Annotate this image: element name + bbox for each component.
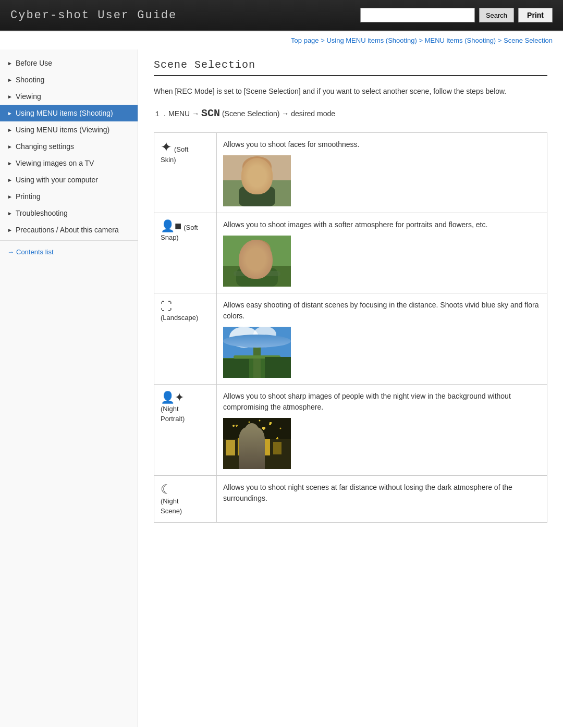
svg-rect-23 xyxy=(223,418,291,469)
svg-rect-14 xyxy=(234,271,280,276)
svg-point-26 xyxy=(269,423,271,425)
breadcrumb-link-menu-items[interactable]: MENU items (Shooting) xyxy=(425,36,496,44)
sidebar-label: Before Use xyxy=(16,59,52,67)
svg-point-3 xyxy=(242,156,272,177)
instruction-suffix: desired mode xyxy=(291,109,335,118)
scene-icon-cell-night-scene: ☾ (NightScene) xyxy=(154,476,217,522)
scene-label-night-portrait: (NightPortrait) xyxy=(161,405,185,422)
soft-snap-svg xyxy=(223,236,291,287)
arrow-icon-2: → xyxy=(282,109,289,118)
soft-skin-icon: ✦ xyxy=(161,139,172,155)
scene-desc-softsnap: Allows you to shoot images with a softer… xyxy=(223,219,541,230)
svg-rect-21 xyxy=(223,359,249,378)
scene-label-landscape: (Landscape) xyxy=(161,314,198,322)
chevron-icon: ► xyxy=(7,161,13,166)
sidebar-divider xyxy=(0,240,138,241)
chevron-icon: ► xyxy=(7,211,13,216)
svg-point-10 xyxy=(243,240,271,258)
scene-photo-softsnap xyxy=(223,236,291,287)
svg-rect-29 xyxy=(223,439,291,469)
svg-point-9 xyxy=(242,240,272,275)
chevron-icon: ► xyxy=(7,94,13,100)
breadcrumb-sep3: > xyxy=(498,36,504,44)
table-row: ⛶ (Landscape) Allows easy shooting of di… xyxy=(154,293,547,385)
breadcrumb-sep2: > xyxy=(419,36,424,44)
sidebar-item-precautions[interactable]: ► Precautions / About this camera xyxy=(0,221,138,238)
contents-list-link[interactable]: → Contents list xyxy=(0,243,138,261)
chevron-icon: ► xyxy=(7,177,13,183)
svg-rect-32 xyxy=(249,441,256,454)
sidebar-item-using-menu-shooting[interactable]: ► Using MENU items (Shooting) xyxy=(0,105,138,121)
scene-icon-cell-softsnap: 👤■ (SoftSnap) xyxy=(154,213,217,293)
sidebar-label: Troubleshooting xyxy=(16,209,68,217)
chevron-icon: ► xyxy=(7,227,13,233)
chevron-icon: ► xyxy=(7,110,13,116)
svg-point-37 xyxy=(249,428,251,430)
table-row: 👤■ (SoftSnap) Allows you to shoot images… xyxy=(154,213,547,293)
scene-photo-night-portrait xyxy=(223,418,291,469)
landscape-svg xyxy=(223,327,291,378)
sidebar-item-viewing[interactable]: ► Viewing xyxy=(0,88,138,105)
table-row: 👤✦ (NightPortrait) Allows you to shoot s… xyxy=(154,385,547,476)
scene-photo-landscape xyxy=(223,327,291,378)
search-button[interactable]: Search xyxy=(479,8,514,22)
scene-desc-cell-night-portrait: Allows you to shoot sharp images of peop… xyxy=(217,385,547,476)
svg-rect-31 xyxy=(238,438,247,455)
intro-text: When [REC Mode] is set to [Scene Selecti… xyxy=(154,85,547,97)
table-row: ✦ (SoftSkin) Allows you to shoot faces f… xyxy=(154,133,547,213)
scene-desc-night-scene: Allows you to shoot night scenes at far … xyxy=(223,482,541,504)
sidebar-item-before-use[interactable]: ► Before Use xyxy=(0,55,138,71)
scene-desc-landscape: Allows easy shooting of distant scenes b… xyxy=(223,300,541,322)
svg-point-28 xyxy=(259,420,261,422)
sidebar-label: Using MENU items (Shooting) xyxy=(16,109,113,117)
svg-rect-19 xyxy=(253,347,261,378)
night-scene-icon: ☾ xyxy=(161,482,210,497)
sidebar-label: Precautions / About this camera xyxy=(16,226,119,234)
scene-desc-cell-softskin: Allows you to shoot faces for smoothness… xyxy=(217,133,547,213)
print-button[interactable]: Print xyxy=(518,8,553,22)
svg-point-27 xyxy=(280,428,282,429)
sidebar-label: Viewing images on a TV xyxy=(16,159,94,167)
sidebar-label: Changing settings xyxy=(16,142,74,151)
page-title: Scene Selection xyxy=(154,55,547,76)
scene-icon-cell-softskin: ✦ (SoftSkin) xyxy=(154,133,217,213)
svg-rect-22 xyxy=(265,357,291,378)
sidebar-item-printing[interactable]: ► Printing xyxy=(0,188,138,205)
sidebar-item-shooting[interactable]: ► Shooting xyxy=(0,71,138,88)
svg-point-24 xyxy=(232,425,235,427)
chevron-icon: ► xyxy=(7,194,13,200)
sidebar-label: Using MENU items (Viewing) xyxy=(16,126,109,134)
sidebar: ► Before Use ► Shooting ► Viewing ► Usin… xyxy=(0,50,138,727)
svg-rect-13 xyxy=(236,268,278,287)
arrow-right-icon: → xyxy=(7,248,14,256)
svg-point-11 xyxy=(252,255,255,258)
breadcrumb-sep1: > xyxy=(321,36,326,44)
app-title: Cyber-shot User Guide xyxy=(10,9,177,22)
svg-point-12 xyxy=(260,255,262,258)
breadcrumb-link-toppage[interactable]: Top page xyxy=(291,36,319,44)
search-input[interactable] xyxy=(360,8,475,22)
svg-rect-6 xyxy=(239,187,275,206)
night-portrait-svg xyxy=(223,418,291,469)
scene-label-night-scene: (NightScene) xyxy=(161,497,182,514)
sidebar-item-changing-settings[interactable]: ► Changing settings xyxy=(0,138,138,155)
breadcrumb-link-menu-shooting[interactable]: Using MENU items (Shooting) xyxy=(326,36,417,44)
breadcrumb-link-scene-selection[interactable]: Scene Selection xyxy=(504,36,553,44)
sidebar-item-troubleshooting[interactable]: ► Troubleshooting xyxy=(0,205,138,221)
scene-desc-softskin: Allows you to shoot faces for smoothness… xyxy=(223,139,541,150)
scene-icon-cell-night-portrait: 👤✦ (NightPortrait) xyxy=(154,385,217,476)
svg-point-36 xyxy=(244,423,259,440)
chevron-icon: ► xyxy=(7,144,13,150)
landscape-icon: ⛶ xyxy=(161,300,210,313)
svg-rect-30 xyxy=(226,440,235,455)
instruction-middle: (Scene Selection) xyxy=(222,109,282,118)
scene-desc-cell-softsnap: Allows you to shoot images with a softer… xyxy=(217,213,547,293)
scene-photo-softskin xyxy=(223,155,291,206)
soft-skin-svg xyxy=(223,155,291,206)
chevron-icon: ► xyxy=(7,60,13,66)
svg-rect-33 xyxy=(260,439,270,455)
scene-desc-cell-landscape: Allows easy shooting of distant scenes b… xyxy=(217,293,547,385)
sidebar-item-viewing-tv[interactable]: ► Viewing images on a TV xyxy=(0,155,138,171)
sidebar-item-using-menu-viewing[interactable]: ► Using MENU items (Viewing) xyxy=(0,121,138,138)
sidebar-item-using-computer[interactable]: ► Using with your computer xyxy=(0,171,138,188)
